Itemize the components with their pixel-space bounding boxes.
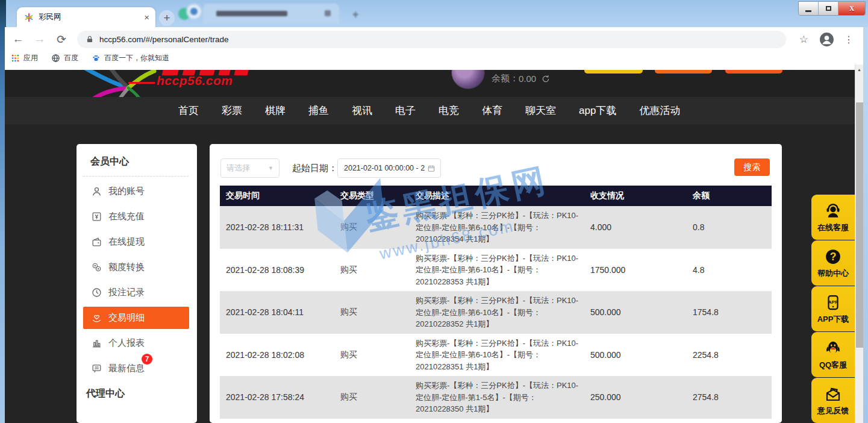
header-action-button-cropped[interactable] <box>725 70 782 74</box>
column-header: 交易描述 <box>410 190 584 201</box>
logo-cropped-text <box>234 70 249 75</box>
back-icon[interactable]: ← <box>10 31 27 48</box>
nav-item[interactable]: 捕鱼 <box>308 104 329 118</box>
bookmarks-bar: 应用 百度 百度一下，你就知道 <box>5 51 863 64</box>
date-range-picker[interactable] <box>337 158 441 178</box>
float-menu-button[interactable]: 在线客服 <box>811 195 855 240</box>
search-button[interactable]: 搜索 <box>734 158 770 176</box>
main-nav: 首页彩票棋牌捕鱼视讯电子电竞体育聊天室app下载优惠活动 <box>5 97 855 124</box>
background-newtab-glyph: + <box>352 8 361 17</box>
column-header: 交易时间 <box>220 190 334 201</box>
tab-close-icon[interactable]: × <box>144 13 149 22</box>
sidebar-item[interactable]: 最新信息 7 <box>83 357 189 380</box>
cell-balance: 2754.8 <box>687 392 772 402</box>
tab-title: 彩民网 <box>39 12 144 22</box>
table-row: 2021-02-28 18:04:11 购买 购买彩票-【彩种：三分PK拾】-【… <box>220 291 772 334</box>
nav-item[interactable]: 彩票 <box>222 104 242 118</box>
close-button[interactable]: X <box>838 2 865 15</box>
window-controls: X <box>798 1 866 16</box>
trade-icon <box>91 312 102 324</box>
cell-description: 购买彩票-【彩种：三分PK拾】-【玩法：PK10-定位胆-定位胆-第1-5名】-… <box>410 376 584 419</box>
user-avatar[interactable] <box>451 70 485 89</box>
cell-time: 2021-02-28 17:58:24 <box>220 392 334 402</box>
cell-description: 购买彩票-【彩种：三分PK拾】-【玩法：PK10-定位胆-定位胆-第6-10名】… <box>410 334 584 377</box>
withdraw-icon <box>91 236 102 248</box>
table-row: 2021-02-28 17:58:07 撤销退单 撤销注单-【彩种：三分PK拾】… <box>220 419 772 423</box>
float-menu-button[interactable]: 意见反馈 <box>811 378 855 423</box>
table-row: 2021-02-28 18:02:08 购买 购买彩票-【彩种：三分PK拾】-【… <box>220 334 772 377</box>
url-text[interactable]: hccp56.com/#/personalCenter/trade <box>99 35 229 44</box>
sidebar-item[interactable]: 在线充值 <box>83 205 189 228</box>
page-scrollbar[interactable]: ▲ <box>855 64 863 423</box>
sidebar-item[interactable]: 额度转换 <box>83 256 189 278</box>
chevron-down-icon: ▼ <box>268 165 273 171</box>
header-action-button-cropped[interactable] <box>655 70 712 74</box>
agent-center-title: 代理中心 <box>76 383 197 400</box>
forward-icon[interactable]: → <box>31 31 48 48</box>
bookmark-item[interactable]: 应用 <box>11 53 38 63</box>
cell-description: 撤销注单-【彩种：三分PK拾】-【玩法：PK10-定位胆-定位胆-第1-5名】-… <box>410 419 584 423</box>
panel-title: 会员中心 <box>76 144 197 176</box>
header-action-button-cropped[interactable] <box>584 70 643 74</box>
nav-item[interactable]: 视讯 <box>352 104 372 118</box>
sidebar-item[interactable]: 我的账号 <box>83 180 189 202</box>
nav-item[interactable]: 电子 <box>395 104 416 118</box>
divider <box>83 176 189 177</box>
float-menu-button[interactable]: QQ客服 <box>811 332 855 377</box>
type-select[interactable]: 请选择 ▼ <box>220 158 279 178</box>
filter-row: 请选择 ▼ 起始日期： 搜索 <box>210 158 782 178</box>
sidebar-item[interactable]: 在线提现 <box>83 231 189 253</box>
nav-item[interactable]: 优惠活动 <box>639 104 680 118</box>
reload-icon[interactable]: ⟳ <box>53 31 70 48</box>
nav-item[interactable]: 电竞 <box>439 104 459 118</box>
logo-domain-text[interactable]: hccp56.com <box>157 74 233 88</box>
sidebar-item[interactable]: 投注记录 <box>83 281 189 304</box>
cell-time: 2021-02-28 18:08:39 <box>220 265 334 275</box>
window-frame-right <box>863 27 868 423</box>
sidebar-item[interactable]: 个人报表 <box>83 332 189 354</box>
cell-description: 购买彩票-【彩种：三分PK拾】-【玩法：PK10-定位胆-定位胆-第6-10名】… <box>410 291 584 334</box>
cell-balance: 2254.8 <box>687 350 772 360</box>
page-top-strip <box>5 64 855 70</box>
scroll-up-icon[interactable]: ▲ <box>855 64 863 74</box>
scrollbar-thumb[interactable] <box>856 102 863 348</box>
cell-type: 购买 <box>334 265 410 275</box>
bookmark-star-icon[interactable]: ☆ <box>799 33 808 46</box>
cell-type: 购买 <box>334 307 410 318</box>
nav-item[interactable]: app下载 <box>579 104 616 118</box>
report-icon <box>91 337 102 349</box>
window-frame-left <box>0 27 5 423</box>
date-range-input[interactable] <box>343 163 426 173</box>
float-menu-button[interactable]: APP APP下载 <box>811 286 855 331</box>
screen: + X 彩民网 × + ← → ⟳ hccp56.com/#/personalC… <box>0 0 868 423</box>
favicon-star-icon <box>24 13 34 22</box>
profile-avatar-icon[interactable] <box>819 32 834 47</box>
float-menu-button[interactable]: ? 帮助中心 <box>811 240 855 286</box>
browser-tab[interactable]: 彩民网 × <box>17 7 155 27</box>
column-header: 余额 <box>687 190 772 201</box>
browser-menu-icon[interactable]: ⋮ <box>844 34 854 45</box>
qq-icon <box>824 339 842 357</box>
apps-grid-icon <box>11 54 20 63</box>
cell-time: 2021-02-28 18:04:11 <box>220 307 334 317</box>
user-icon <box>91 186 102 197</box>
column-header: 收支情况 <box>584 190 687 201</box>
nav-item[interactable]: 首页 <box>178 104 199 118</box>
date-range-label: 起始日期： <box>292 163 337 174</box>
background-window-tab <box>203 4 339 24</box>
address-bar[interactable]: hccp56.com/#/personalCenter/trade <box>77 31 786 48</box>
calendar-icon <box>427 164 436 173</box>
nav-item[interactable]: 聊天室 <box>525 104 556 118</box>
refresh-balance-icon[interactable] <box>541 74 551 84</box>
nav-item[interactable]: 棋牌 <box>265 104 286 118</box>
browser-toolbar: ← → ⟳ hccp56.com/#/personalCenter/trade … <box>5 27 863 51</box>
cell-time: 2021-02-28 18:11:31 <box>220 222 334 232</box>
nav-item[interactable]: 体育 <box>482 104 502 118</box>
bookmark-item[interactable]: 百度 <box>51 53 78 63</box>
cell-type: 购买 <box>334 349 410 360</box>
sidebar-item[interactable]: 交易明细 <box>83 307 189 329</box>
bookmark-item[interactable]: 百度一下，你就知道 <box>92 53 169 63</box>
minimize-button[interactable] <box>799 2 819 15</box>
maximize-button[interactable] <box>819 2 838 15</box>
new-tab-button[interactable]: + <box>159 10 175 26</box>
